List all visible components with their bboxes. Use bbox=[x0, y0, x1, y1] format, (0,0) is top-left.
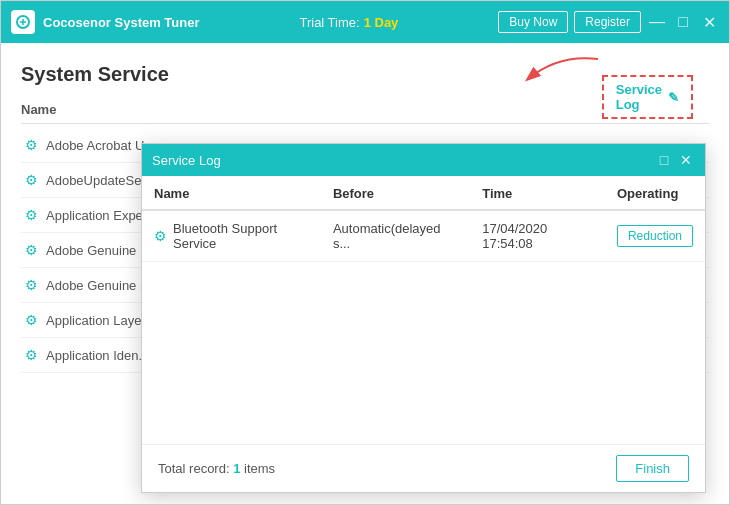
title-bar: Cocosenor System Tuner Trial Time: 1 Day… bbox=[1, 1, 729, 43]
total-count: 1 bbox=[233, 461, 240, 476]
service-log-table: Name Before Time Operating ⚙ Bluetooth S… bbox=[142, 176, 705, 262]
service-name: Application Iden... bbox=[46, 348, 149, 363]
dialog-title: Service Log bbox=[152, 153, 651, 168]
buy-now-button[interactable]: Buy Now bbox=[498, 11, 568, 33]
gear-icon: ⚙ bbox=[25, 312, 38, 328]
service-entry-name: Bluetooth Support Service bbox=[173, 221, 309, 251]
service-log-label: Service Log bbox=[616, 82, 662, 112]
row-name-cell: ⚙ Bluetooth Support Service bbox=[142, 211, 321, 261]
gear-icon: ⚙ bbox=[25, 172, 38, 188]
trial-info: Trial Time: 1 Day bbox=[200, 15, 499, 30]
dialog-restore-button[interactable]: □ bbox=[655, 152, 673, 168]
dialog-title-bar: Service Log □ ✕ bbox=[142, 144, 705, 176]
row-before-cell: Automatic(delayed s... bbox=[321, 210, 470, 262]
service-log-button[interactable]: Service Log ✎ bbox=[602, 75, 693, 119]
minimize-button[interactable]: — bbox=[647, 13, 667, 31]
reduction-button[interactable]: Reduction bbox=[617, 225, 693, 247]
app-window: Cocosenor System Tuner Trial Time: 1 Day… bbox=[0, 0, 730, 505]
trial-value: 1 Day bbox=[364, 15, 399, 30]
dialog-footer: Total record: 1 items Finish bbox=[142, 444, 705, 492]
table-row: ⚙ Bluetooth Support Service Automatic(de… bbox=[142, 210, 705, 262]
dialog-body: Name Before Time Operating ⚙ Bluetooth S… bbox=[142, 176, 705, 444]
gear-icon: ⚙ bbox=[25, 207, 38, 223]
col-header-before: Before bbox=[321, 176, 470, 210]
register-button[interactable]: Register bbox=[574, 11, 641, 33]
col-header-name: Name bbox=[142, 176, 321, 210]
total-record-text: Total record: 1 items bbox=[158, 461, 275, 476]
gear-icon: ⚙ bbox=[25, 137, 38, 153]
table-header-row: Name Before Time Operating bbox=[142, 176, 705, 210]
service-name: Adobe Acrobat U... bbox=[46, 138, 155, 153]
title-bar-controls: Buy Now Register — □ ✕ bbox=[498, 11, 719, 33]
main-content: System Service Service Log ✎ bbox=[1, 43, 729, 504]
gear-icon: ⚙ bbox=[25, 242, 38, 258]
service-name: AdobeUpdateSe... bbox=[46, 173, 152, 188]
app-title: Cocosenor System Tuner bbox=[43, 15, 200, 30]
maximize-button[interactable]: □ bbox=[673, 13, 693, 31]
service-name: Adobe Genuine I... bbox=[46, 243, 154, 258]
col-header-operating: Operating bbox=[605, 176, 705, 210]
gear-icon: ⚙ bbox=[25, 347, 38, 363]
app-logo bbox=[11, 10, 35, 34]
service-name: Application Laye... bbox=[46, 313, 152, 328]
name-column-header: Name bbox=[21, 102, 56, 117]
close-button[interactable]: ✕ bbox=[699, 13, 719, 32]
total-label: Total record: bbox=[158, 461, 230, 476]
trial-label: Trial Time: bbox=[299, 15, 359, 30]
finish-button[interactable]: Finish bbox=[616, 455, 689, 482]
dialog-close-button[interactable]: ✕ bbox=[677, 152, 695, 168]
service-log-dialog: Service Log □ ✕ Name Before Time Operati… bbox=[141, 143, 706, 493]
row-time-cell: 17/04/2020 17:54:08 bbox=[470, 210, 605, 262]
total-unit: items bbox=[244, 461, 275, 476]
edit-icon: ✎ bbox=[668, 90, 679, 105]
col-header-time: Time bbox=[470, 176, 605, 210]
service-name: Application Expe... bbox=[46, 208, 154, 223]
row-action-cell: Reduction bbox=[605, 210, 705, 262]
gear-icon: ⚙ bbox=[25, 277, 38, 293]
gear-icon: ⚙ bbox=[154, 228, 167, 244]
